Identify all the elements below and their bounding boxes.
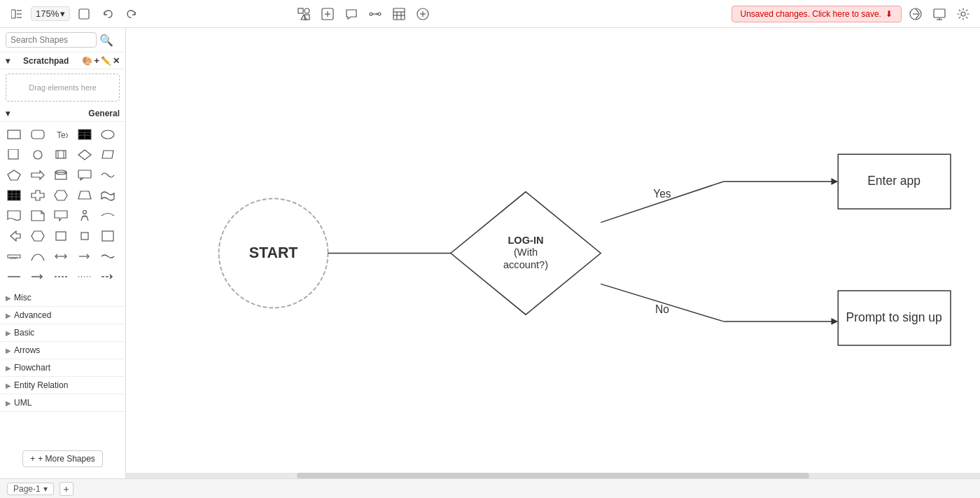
shape-ellipse[interactable] [98,125,118,144]
shape-rounded-rect[interactable] [28,125,48,144]
shape-square2[interactable] [51,226,71,246]
share-button[interactable] [906,4,925,24]
svg-marker-44 [102,151,113,158]
misc-label: Misc [14,293,31,303]
shape-line-dashed[interactable] [51,267,71,286]
svg-rect-65 [102,231,113,241]
flowchart-section[interactable]: ▶ Flowchart [0,359,125,377]
shape-rect[interactable] [4,125,24,144]
shape-callout[interactable] [75,165,94,185]
svg-rect-63 [56,232,66,240]
general-header[interactable]: ▾ General [0,106,125,122]
shape-line-arrow[interactable] [28,267,48,286]
search-icon: 🔍 [99,34,113,47]
advanced-arrow-icon: ▶ [6,312,11,319]
shape-circle[interactable] [28,145,48,165]
horizontal-scrollbar[interactable] [126,473,980,478]
basic-section[interactable]: ▶ Basic [0,324,125,342]
svg-rect-40 [56,151,66,158]
shape-text[interactable]: Text [51,125,71,144]
shape-rhombus[interactable] [28,226,48,246]
shape-cylinder[interactable] [51,165,71,185]
canvas[interactable]: START LOG-IN (With account?) Yes Enter a… [126,28,980,478]
scratchpad-actions: 🎨 + ✏️ ✕ [82,55,120,66]
shape-callout2[interactable] [51,206,71,226]
svg-marker-58 [31,211,44,221]
table-button[interactable] [389,4,409,24]
shape-square4[interactable] [98,226,118,246]
scratchpad-label: Scratchpad [23,56,69,66]
diagram-svg: START LOG-IN (With account?) Yes Enter a… [126,28,980,478]
advanced-section[interactable]: ▶ Advanced [0,307,125,324]
scrollbar-thumb[interactable] [297,473,809,478]
entity-relation-section[interactable]: ▶ Entity Relation [0,377,125,394]
shape-process[interactable] [51,145,71,165]
basic-arrow-icon: ▶ [6,329,11,337]
no-label: No [655,303,669,315]
shape-chevron-left[interactable] [4,226,24,246]
scratchpad-collapse-icon: ▾ [6,56,10,66]
svg-point-6 [304,8,309,13]
present-button[interactable] [930,4,949,24]
svg-point-12 [370,13,372,15]
shape-line-solid[interactable] [4,267,24,286]
shape-person[interactable] [75,206,94,226]
shape-diamond[interactable] [75,145,94,165]
shape-wave[interactable] [98,165,118,185]
scratchpad-theme-icon[interactable]: 🎨 [82,56,92,66]
shape-bezier[interactable] [28,247,48,266]
shape-arc[interactable] [98,206,118,226]
unsaved-banner[interactable]: Unsaved changes. Click here to save. ⬇ [732,6,902,22]
shape-square3[interactable] [75,226,94,246]
shape-hexagon[interactable] [51,186,71,205]
svg-marker-46 [31,171,44,179]
scratchpad-edit-icon[interactable]: ✏️ [101,56,111,66]
shape-wave-line[interactable] [98,247,118,266]
add-button[interactable] [413,4,433,24]
uml-section[interactable]: ▶ UML [0,394,125,412]
add-page-button[interactable]: + [59,482,74,496]
scratchpad-add-icon[interactable]: + [94,55,99,66]
page-tab[interactable]: Page-1 ▾ [7,483,54,495]
shape-pentagon[interactable] [4,165,24,185]
shape-arrow-both[interactable] [51,247,71,266]
svg-rect-16 [393,8,405,20]
shape-arrow-right[interactable] [28,165,48,185]
shape-table[interactable] [75,125,94,144]
svg-rect-64 [81,233,88,240]
shape-parallelogram[interactable] [98,145,118,165]
svg-rect-30 [8,130,20,139]
more-shapes-button[interactable]: + + More Shapes [22,450,103,467]
fit-page-button[interactable] [74,4,94,24]
shape-document[interactable] [4,206,24,226]
shape-line-dotted[interactable] [75,267,94,286]
scratchpad-header[interactable]: ▾ Scratchpad 🎨 + ✏️ ✕ [0,53,125,69]
shape-wave-rect[interactable] [98,186,118,205]
shape-grid-box[interactable] [4,186,24,205]
shape-trapezoid[interactable] [75,186,94,205]
shape-square[interactable] [4,145,24,165]
undo-button[interactable] [98,4,118,24]
svg-marker-81 [831,178,838,185]
shape-cross[interactable] [28,186,48,205]
misc-section[interactable]: ▶ Misc [0,289,125,307]
shape-arrow-single[interactable] [75,247,94,266]
svg-rect-31 [31,130,44,139]
comment-button[interactable] [342,4,361,24]
svg-rect-5 [298,8,303,13]
insert-button[interactable] [318,4,337,24]
redo-button[interactable] [122,4,141,24]
flowchart-label: Flowchart [14,363,50,373]
shape-label-line[interactable]: label [4,247,24,266]
settings-button[interactable] [953,4,973,24]
shape-note[interactable] [28,206,48,226]
zoom-control[interactable]: 175% ▾ [31,6,70,21]
sidebar-toggle-button[interactable] [7,4,27,24]
shapes-button[interactable] [294,4,314,24]
arrows-section[interactable]: ▶ Arrows [0,342,125,359]
more-shapes-label: + More Shapes [38,454,95,464]
connect-button[interactable] [365,4,385,24]
search-input[interactable] [6,32,97,48]
scratchpad-close-icon[interactable]: ✕ [113,56,120,66]
shape-line-arrow2[interactable] [98,267,118,286]
